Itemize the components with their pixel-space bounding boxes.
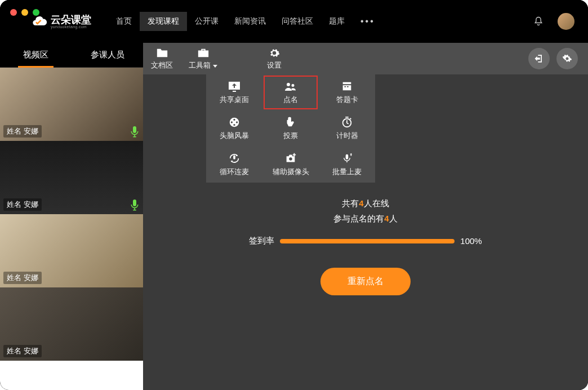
brand-sub: yunduoketang.com [51,25,91,29]
video-tile[interactable]: 姓名 安娜 [0,141,143,214]
film-reel-icon [228,116,241,128]
tool-timer[interactable]: 计时器 [319,110,375,147]
toolbox-button[interactable]: 工具箱 [181,43,225,74]
svg-point-3 [236,121,238,123]
app-window: 云朵课堂 yunduoketang.com 首页 发现课程 公开课 新闻资讯 问… [0,0,588,390]
toolbar: 文档区 工具箱 设置 [143,43,588,74]
nav-news[interactable]: 新闻资讯 [226,12,274,31]
top-nav: 首页 发现课程 公开课 新闻资讯 问答社区 题库 ••• [108,12,383,31]
video-list: 姓名 安娜 姓名 安娜 姓名 安娜 姓名 安娜 [0,68,143,390]
tool-aux-camera[interactable]: 辅助摄像头 [262,147,319,183]
tool-answer-card[interactable]: 答题卡 [319,74,375,110]
nav-discover[interactable]: 发现课程 [140,12,187,31]
participant-name: 姓名 安娜 [3,272,42,284]
settings-label: 设置 [267,60,282,70]
topbar-right [533,13,574,30]
people-icon [284,80,297,92]
rollcall-again-button[interactable]: 重新点名 [320,268,411,295]
nav-qa[interactable]: 问答社区 [274,12,321,31]
nav-open[interactable]: 公开课 [187,12,226,31]
cloud-icon [32,14,47,29]
nav-bank[interactable]: 题库 [321,12,353,31]
participant-name: 姓名 安娜 [3,345,42,357]
clock-icon [340,116,354,128]
tool-loop-mic[interactable]: 循环连麦 [206,147,262,183]
folder-icon [156,47,168,59]
video-tile[interactable]: 姓名 安娜 [0,68,143,141]
svg-point-6 [289,157,292,161]
mic-icon [131,200,139,211]
video-tile[interactable]: 姓名 安娜 [0,214,143,287]
nav-home[interactable]: 首页 [108,12,140,31]
tool-brainstorm[interactable]: 头脑风暴 [206,110,262,147]
topbar: 云朵课堂 yunduoketang.com 首页 发现课程 公开课 新闻资讯 问… [0,0,588,43]
doc-label: 文档区 [151,60,173,70]
exit-button[interactable] [528,48,550,69]
tool-bulk-mic[interactable]: 批量上麦 [319,147,375,183]
camera-plus-icon [284,152,297,165]
brand-name: 云朵课堂 [51,15,91,25]
participant-name: 姓名 安娜 [3,198,42,211]
online-stat: 共有 4 人在线 [342,198,389,209]
settings-button[interactable]: 设置 [259,43,289,74]
gear-icon [268,47,280,59]
svg-point-4 [233,124,235,126]
toolbox-label: 工具箱 [189,60,217,70]
toolbox-dropdown: 共享桌面 点名 答题卡 头脑风暴 投票 [206,74,375,183]
refresh-mic-icon [228,152,241,165]
window-controls [10,9,39,16]
sidebar-tabs: 视频区 参课人员 [0,43,143,68]
svg-point-1 [233,119,235,121]
video-tile-empty [0,361,143,390]
gear-icon [562,53,573,64]
sidebar: 视频区 参课人员 姓名 安娜 姓名 安娜 姓名 安娜 姓名 安娜 [0,43,143,390]
hand-tap-icon [284,116,297,128]
bell-icon[interactable] [533,16,544,27]
config-button[interactable] [556,48,578,69]
content: 视频区 参课人员 姓名 安娜 姓名 安娜 姓名 安娜 姓名 安娜 [0,43,588,390]
progress-bar [280,239,455,243]
svg-point-2 [231,121,233,123]
rate-value: 100% [460,236,482,246]
tab-attendees[interactable]: 参课人员 [72,43,143,67]
calendar-icon [340,80,354,92]
rollcall-panel: 共有 4 人在线 参与点名的有 4 人 签到率 100% 重新点名 [143,198,588,295]
doc-area-button[interactable]: 文档区 [143,43,181,74]
brand-logo[interactable]: 云朵课堂 yunduoketang.com [32,14,91,29]
tool-vote[interactable]: 投票 [262,110,319,147]
exit-icon [533,53,545,64]
tool-rollcall[interactable]: 点名 [262,74,319,110]
participant-name: 姓名 安娜 [3,125,42,138]
minimize-window[interactable] [21,9,28,16]
nav-more[interactable]: ••• [353,12,383,31]
mic-icon [131,126,139,138]
maximize-window[interactable] [33,9,39,16]
user-avatar[interactable] [558,13,574,30]
tab-video[interactable]: 视频区 [0,43,72,67]
tool-share-desktop[interactable]: 共享桌面 [206,74,262,110]
close-window[interactable] [10,9,17,16]
mic-up-icon [340,152,354,165]
rate-label: 签到率 [249,236,274,246]
main-area: 文档区 工具箱 设置 [143,43,588,390]
signin-rate: 签到率 100% [249,236,482,246]
briefcase-icon [197,47,210,59]
participation-stat: 参与点名的有 4 人 [333,214,397,224]
video-tile[interactable]: 姓名 安娜 [0,287,143,361]
screen-share-icon [228,80,241,92]
